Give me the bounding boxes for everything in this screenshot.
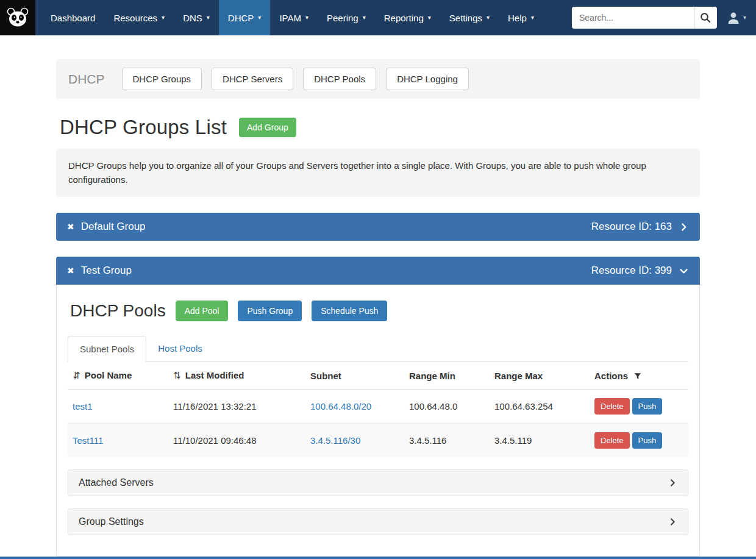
- range-min-cell: 3.4.5.116: [404, 424, 490, 458]
- dhcp-servers-button[interactable]: DHCP Servers: [212, 68, 293, 90]
- push-group-button[interactable]: Push Group: [238, 301, 302, 321]
- nav-ipam[interactable]: IPAM▾: [270, 0, 318, 35]
- push-button[interactable]: Push: [632, 398, 663, 415]
- panda-logo-icon: [5, 5, 30, 30]
- pool-name-link[interactable]: test1: [73, 401, 93, 411]
- nav-dhcp[interactable]: DHCP▾: [219, 0, 271, 35]
- nav-label: DNS: [183, 13, 202, 23]
- nav-label: IPAM: [279, 13, 301, 23]
- header-range-max[interactable]: Range Max: [490, 362, 590, 390]
- header-label: Range Min: [409, 371, 455, 381]
- nav-reporting[interactable]: Reporting▾: [375, 0, 440, 35]
- header-range-min[interactable]: Range Min: [404, 362, 490, 390]
- nav-label: Peering: [327, 13, 358, 23]
- pool-name-link[interactable]: Test111: [73, 435, 103, 446]
- main-content: DHCP DHCP Groups DHCP Servers DHCP Pools…: [0, 35, 756, 557]
- table-header-row: ⇵ Pool Name ⇅ Last Modified Subnet Range…: [68, 362, 688, 390]
- resource-id-label: Resource ID: 399: [591, 265, 672, 277]
- dhcp-pools-button[interactable]: DHCP Pools: [303, 68, 376, 90]
- chevron-right-icon: [679, 222, 689, 232]
- section-label: Group Settings: [79, 516, 144, 527]
- dhcp-logging-button[interactable]: DHCP Logging: [386, 68, 469, 90]
- header-last-modified[interactable]: ⇅ Last Modified: [168, 362, 305, 390]
- chevron-down-icon: ▾: [258, 15, 261, 21]
- nav-label: Reporting: [384, 13, 424, 23]
- subnet-link[interactable]: 100.64.48.0/20: [310, 401, 371, 411]
- sort-icon[interactable]: ⇅: [173, 370, 181, 380]
- chevron-right-icon: [668, 517, 677, 527]
- nav-label: Dashboard: [51, 13, 95, 23]
- chevron-right-icon: [668, 478, 677, 488]
- group-header-test-group[interactable]: ✖ Test Group Resource ID: 399: [56, 257, 700, 285]
- schedule-push-button[interactable]: Schedule Push: [312, 301, 387, 321]
- table-row: Test111 11/10/2021 09:46:48 3.4.5.116/30…: [68, 424, 688, 458]
- attached-servers-section[interactable]: Attached Servers: [68, 469, 688, 496]
- delete-button[interactable]: Delete: [594, 398, 630, 415]
- header-label: Pool Name: [85, 370, 132, 380]
- table-row: test1 11/16/2021 13:32:21 100.64.48.0/20…: [68, 390, 688, 424]
- page-title-row: DHCP Groups List Add Group: [60, 116, 700, 139]
- tab-host-pools[interactable]: Host Pools: [146, 336, 214, 361]
- header-pool-name[interactable]: ⇵ Pool Name: [68, 362, 168, 390]
- nav-label: Resources: [113, 13, 157, 23]
- search-input[interactable]: [572, 7, 694, 29]
- nav-label: DHCP: [228, 13, 254, 23]
- nav-help[interactable]: Help▾: [499, 0, 543, 35]
- nav-settings[interactable]: Settings▾: [440, 0, 499, 35]
- page-title: DHCP Groups List: [60, 116, 227, 139]
- add-group-button[interactable]: Add Group: [239, 118, 296, 137]
- push-button[interactable]: Push: [632, 432, 663, 449]
- search-box: [572, 7, 717, 29]
- chevron-down-icon: ▾: [162, 15, 165, 21]
- nav-resources[interactable]: Resources▾: [104, 0, 174, 35]
- user-icon: [727, 11, 740, 24]
- last-modified-cell: 11/16/2021 13:32:21: [168, 390, 305, 424]
- chevron-down-icon: ▾: [487, 15, 490, 21]
- pools-table: ⇵ Pool Name ⇅ Last Modified Subnet Range…: [68, 362, 688, 457]
- navbar-right: ▾: [572, 0, 756, 35]
- chevron-down-icon: ▾: [743, 15, 746, 21]
- pool-tabs: Subnet Pools Host Pools: [68, 336, 688, 362]
- header-label: Actions: [594, 371, 628, 381]
- search-icon: [700, 12, 711, 23]
- subnet-link[interactable]: 3.4.5.116/30: [310, 435, 360, 446]
- header-label: Range Max: [494, 371, 543, 381]
- nav-dns[interactable]: DNS▾: [174, 0, 219, 35]
- chevron-down-icon: [679, 266, 689, 276]
- close-icon[interactable]: ✖: [67, 223, 74, 231]
- filter-icon[interactable]: [633, 372, 642, 380]
- page-description: DHCP Groups help you to organize all of …: [56, 149, 700, 197]
- close-icon[interactable]: ✖: [67, 266, 74, 275]
- header-label: Last Modified: [185, 370, 244, 380]
- chevron-down-icon: ▾: [531, 15, 534, 21]
- sort-icon[interactable]: ⇵: [73, 370, 80, 380]
- nav-label: Help: [508, 13, 527, 23]
- dhcp-groups-button[interactable]: DHCP Groups: [122, 68, 202, 90]
- search-button[interactable]: [694, 7, 717, 29]
- chevron-down-icon: ▾: [305, 15, 308, 21]
- group-panel-test-group: ✖ Test Group Resource ID: 399 DHCP Pools…: [56, 257, 700, 557]
- nav-label: Settings: [449, 13, 482, 23]
- section-label: Attached Servers: [79, 477, 154, 488]
- header-subnet[interactable]: Subnet: [305, 362, 404, 390]
- group-name: Test Group: [81, 265, 132, 277]
- tab-subnet-pools[interactable]: Subnet Pools: [68, 336, 146, 362]
- last-modified-cell: 11/10/2021 09:46:48: [168, 424, 305, 458]
- group-header-default-group[interactable]: ✖ Default Group Resource ID: 163: [56, 213, 700, 241]
- range-min-cell: 100.64.48.0: [404, 390, 490, 424]
- nav-peering[interactable]: Peering▾: [318, 0, 375, 35]
- add-pool-button[interactable]: Add Pool: [176, 301, 229, 321]
- group-settings-section[interactable]: Group Settings: [68, 508, 688, 535]
- header-actions[interactable]: Actions: [590, 362, 688, 390]
- app-logo[interactable]: [0, 0, 35, 35]
- group-body: DHCP Pools Add Pool Push Group Schedule …: [56, 285, 700, 557]
- top-navbar: Dashboard Resources▾ DNS▾ DHCP▾ IPAM▾ Pe…: [0, 0, 756, 35]
- pools-title: DHCP Pools: [70, 301, 166, 321]
- user-menu[interactable]: ▾: [727, 11, 746, 24]
- nav-dashboard[interactable]: Dashboard: [41, 0, 104, 35]
- main-nav: Dashboard Resources▾ DNS▾ DHCP▾ IPAM▾ Pe…: [35, 0, 543, 35]
- chevron-down-icon: ▾: [363, 15, 366, 21]
- breadcrumb: DHCP DHCP Groups DHCP Servers DHCP Pools…: [56, 59, 700, 99]
- chevron-down-icon: ▾: [428, 15, 431, 21]
- delete-button[interactable]: Delete: [594, 432, 630, 449]
